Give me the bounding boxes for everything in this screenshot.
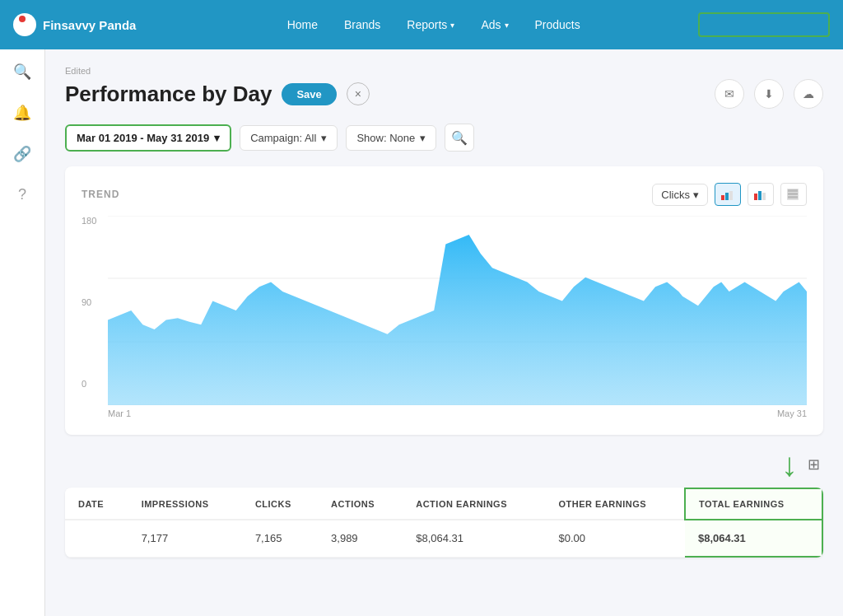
help-icon[interactable]: ?	[18, 186, 26, 203]
nav-home[interactable]: Home	[287, 18, 318, 31]
x-label-start: Mar 1	[108, 408, 131, 418]
cell-date	[65, 520, 128, 557]
cloud-icon: ☁	[803, 87, 814, 100]
x-label-end: May 31	[777, 408, 807, 418]
svg-rect-9	[788, 196, 798, 198]
x-axis-labels: Mar 1 May 31	[82, 408, 807, 418]
main-layout: 🔍 🔔 🔗 ? Edited Performance by Day Save ×…	[0, 49, 843, 616]
nav-products[interactable]: Products	[535, 18, 580, 31]
nav-reports[interactable]: Reports ▾	[407, 18, 454, 31]
chevron-down-icon: ▾	[321, 132, 327, 144]
bar-chart-icon	[754, 189, 767, 200]
table-row: 7,177 7,165 3,989 $8,064.31 $0.00 $8,064…	[65, 520, 822, 557]
page-title: Performance by Day	[65, 82, 272, 107]
link-icon[interactable]: 🔗	[13, 145, 31, 163]
date-range-picker[interactable]: Mar 01 2019 - May 31 2019 ▾	[65, 124, 231, 152]
search-input[interactable]	[698, 12, 830, 37]
col-action-earnings: ACTION EARNINGS	[403, 488, 545, 520]
cell-impressions: 7,177	[128, 520, 242, 557]
logo: Finsavvy Panda	[13, 13, 136, 36]
bar-chart-button[interactable]	[748, 183, 774, 206]
email-icon: ✉	[724, 87, 734, 100]
trend-chart: 180 90 0	[82, 216, 807, 405]
col-actions: ACTIONS	[318, 488, 403, 520]
svg-rect-7	[788, 189, 798, 192]
logo-text: Finsavvy Panda	[43, 18, 136, 32]
grid-view-icon[interactable]: ⊞	[808, 455, 820, 474]
download-button[interactable]: ⬇	[754, 79, 784, 109]
cell-clicks: 7,165	[242, 520, 318, 557]
svg-rect-3	[754, 194, 757, 200]
data-table: DATE IMPRESSIONS CLICKS ACTIONS ACTION E…	[65, 488, 823, 558]
chart-header: TREND Clicks ▾	[82, 183, 807, 206]
chart-svg	[108, 216, 807, 405]
cloud-button[interactable]: ☁	[794, 79, 823, 109]
area-chart-icon	[721, 189, 734, 200]
logo-icon	[13, 13, 36, 36]
show-filter[interactable]: Show: None ▾	[346, 125, 436, 151]
y-axis-labels: 180 90 0	[82, 216, 96, 405]
table-header-row: DATE IMPRESSIONS CLICKS ACTIONS ACTION E…	[65, 488, 822, 520]
main-content: Edited Performance by Day Save × ✉ ⬇ ☁ M…	[45, 49, 843, 616]
show-label: Show: None	[356, 132, 415, 144]
chart-controls: Clicks ▾	[652, 183, 807, 206]
search-icon[interactable]: 🔍	[13, 63, 31, 81]
filter-row: Mar 01 2019 - May 31 2019 ▾ Campaign: Al…	[65, 124, 823, 152]
chevron-down-icon: ▾	[505, 21, 509, 30]
table-chart-button[interactable]	[780, 183, 807, 206]
top-navigation: Finsavvy Panda Home Brands Reports ▾ Ads…	[0, 0, 843, 49]
performance-table: DATE IMPRESSIONS CLICKS ACTIONS ACTION E…	[65, 488, 823, 558]
search-icon: 🔍	[451, 130, 468, 146]
campaign-filter[interactable]: Campaign: All ▾	[240, 125, 338, 151]
metric-dropdown[interactable]: Clicks ▾	[652, 184, 708, 206]
cell-other-earnings: $0.00	[546, 520, 685, 557]
filter-search-button[interactable]: 🔍	[445, 124, 474, 152]
bell-icon[interactable]: 🔔	[13, 104, 31, 122]
svg-rect-8	[788, 193, 798, 195]
page-title-row: Performance by Day Save × ✉ ⬇ ☁	[65, 79, 823, 109]
y-label-mid: 90	[82, 297, 96, 307]
download-icon: ⬇	[764, 87, 774, 100]
metric-label: Clicks	[661, 189, 690, 201]
chevron-down-icon: ▾	[420, 132, 426, 144]
email-button[interactable]: ✉	[715, 79, 744, 109]
cell-total-earnings: $8,064.31	[685, 520, 822, 557]
cell-actions: 3,989	[318, 520, 403, 557]
cell-action-earnings: $8,064.31	[403, 520, 545, 557]
save-button[interactable]: Save	[282, 83, 336, 105]
date-range-label: Mar 01 2019 - May 31 2019	[77, 132, 209, 144]
nav-links: Home Brands Reports ▾ Ads ▾ Products	[169, 18, 698, 31]
trend-chart-card: TREND Clicks ▾	[65, 166, 823, 435]
sidebar: 🔍 🔔 🔗 ?	[0, 49, 45, 616]
col-clicks: CLICKS	[242, 488, 318, 520]
svg-rect-5	[762, 193, 766, 200]
y-label-min: 0	[82, 379, 96, 389]
edited-label: Edited	[65, 66, 823, 76]
table-icon	[787, 189, 800, 200]
chart-title: TREND	[82, 189, 119, 200]
close-button[interactable]: ×	[347, 82, 370, 105]
col-impressions: IMPRESSIONS	[128, 488, 242, 520]
nav-ads[interactable]: Ads ▾	[481, 18, 508, 31]
title-actions: ✉ ⬇ ☁	[715, 79, 823, 109]
col-total-earnings: TOTAL EARNINGS	[685, 488, 822, 520]
col-other-earnings: OTHER EARNINGS	[546, 488, 685, 520]
arrow-section: ↓ ⊞	[65, 448, 823, 481]
chevron-down-icon: ▾	[214, 132, 220, 144]
svg-rect-2	[729, 191, 733, 200]
area-chart-button[interactable]	[715, 183, 741, 206]
svg-rect-4	[758, 191, 761, 200]
chevron-down-icon: ▾	[450, 21, 454, 30]
y-label-max: 180	[82, 216, 96, 226]
svg-rect-0	[721, 195, 724, 200]
campaign-label: Campaign: All	[250, 132, 316, 144]
svg-rect-1	[725, 193, 729, 200]
down-arrow-icon: ↓	[781, 448, 798, 481]
chevron-down-icon: ▾	[693, 189, 699, 201]
col-date: DATE	[65, 488, 128, 520]
nav-brands[interactable]: Brands	[344, 18, 380, 31]
